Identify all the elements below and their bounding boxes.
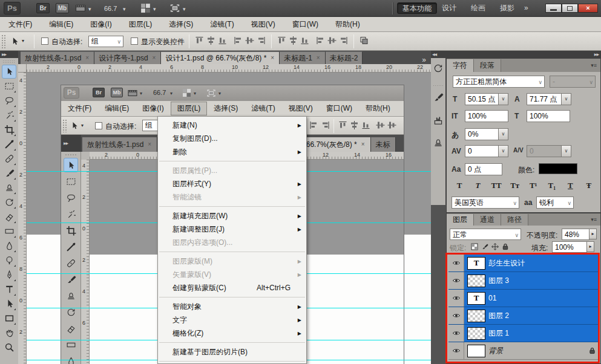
mini-bridge-button[interactable]: Mb — [56, 3, 69, 13]
tool-pen[interactable] — [2, 268, 16, 282]
distribute-horizontal-centers-button[interactable] — [327, 36, 338, 45]
tab-overflow-icon[interactable]: » — [416, 56, 432, 64]
tab-channels[interactable]: 通道 — [474, 214, 501, 226]
superscript-button[interactable]: T¹ — [527, 181, 540, 190]
menu-image[interactable]: 图像(I) — [82, 19, 120, 30]
distribute-vertical-centers-button[interactable] — [289, 36, 299, 45]
menu-item-new-layer-based-slice[interactable]: 新建基于图层的切片(B) — [158, 345, 306, 359]
workspace-painting[interactable]: 绘画 — [466, 2, 490, 14]
kerning-field[interactable]: 0 — [527, 145, 562, 157]
menu-edit[interactable]: 编辑(E) — [98, 103, 136, 114]
auto-align-layers-button[interactable] — [360, 36, 370, 45]
menu-select[interactable]: 选择(S) — [207, 103, 245, 114]
distribute-left-edges-button[interactable] — [316, 36, 326, 45]
align-right-edges-button[interactable] — [257, 36, 267, 45]
tool-zoom[interactable] — [2, 340, 16, 354]
layer-name[interactable]: 图层 2 — [488, 307, 600, 324]
font-size-field[interactable]: 50.15 点 — [465, 93, 499, 105]
tool-rectangle-shape[interactable] — [2, 311, 16, 325]
tool-clone-stamp[interactable] — [2, 181, 16, 195]
tool-history-brush[interactable] — [2, 195, 16, 209]
tool-hand[interactable] — [2, 326, 16, 340]
chevron-down-icon[interactable]: ▾ — [88, 6, 91, 12]
autoselect-checkbox[interactable] — [41, 37, 48, 45]
layer-row[interactable]: 图层 1 — [448, 325, 600, 342]
workspace-design[interactable]: 设计 — [437, 2, 461, 14]
lock-pixels-icon[interactable] — [481, 243, 488, 250]
vertical-scale-field[interactable]: 100% — [465, 110, 508, 122]
minimize-button[interactable] — [545, 4, 562, 13]
menu-item-delete[interactable]: 删除▶ — [158, 145, 306, 158]
align-left-edges-button[interactable] — [234, 36, 244, 45]
menu-item-type[interactable]: 文字▶ — [158, 313, 306, 327]
layer-thumbnail[interactable] — [464, 272, 488, 289]
arrange-documents-icon[interactable] — [140, 3, 151, 13]
layer-thumbnail[interactable]: T — [464, 255, 488, 271]
icon-strip-collapse-header[interactable]: ◀◀ — [431, 51, 446, 58]
menu-select[interactable]: 选择(S) — [160, 19, 202, 30]
view-extras-icon[interactable] — [75, 3, 86, 13]
subscript-button[interactable]: T₁ — [545, 181, 559, 190]
opacity-field[interactable]: 48% — [562, 229, 590, 240]
close-icon[interactable]: × — [85, 54, 90, 62]
layer-name[interactable]: 01 — [488, 290, 600, 307]
zoom-level-value[interactable]: 66.7 — [104, 5, 117, 12]
menu-item-new-adjustment-layer[interactable]: 新建调整图层(J)▶ — [158, 223, 306, 236]
baseline-shift-field[interactable]: 0 点 — [465, 163, 502, 175]
menu-filter[interactable]: 滤镜(T) — [245, 103, 281, 114]
workspace-photography[interactable]: 摄影 — [495, 2, 519, 14]
tool-type[interactable] — [2, 282, 16, 296]
menu-item-create-clipping-mask[interactable]: 创建剪贴蒙版(C)Alt+Ctrl+G — [158, 281, 306, 294]
brush-panel-icon[interactable] — [433, 92, 444, 103]
tsume-field[interactable]: 0% — [465, 128, 499, 140]
tsume-dropdown-button[interactable]: ∨ — [498, 128, 508, 140]
layer-row[interactable]: T 彭生生设计 — [448, 255, 600, 272]
doc-tab-3-active[interactable]: 设计1-1.psd @ 66.7%(灰色/8) *× — [161, 51, 280, 64]
distribute-right-edges-button[interactable] — [339, 36, 349, 45]
dock-collapse-header[interactable]: ▶▶ — [446, 51, 601, 58]
bridge-button[interactable]: Br — [36, 3, 50, 13]
layer-thumbnail[interactable] — [464, 342, 488, 359]
menu-help[interactable]: 帮助(H) — [359, 103, 397, 114]
visibility-toggle[interactable] — [448, 255, 464, 271]
close-icon[interactable]: × — [270, 54, 275, 62]
visibility-toggle[interactable] — [448, 342, 464, 359]
tool-brush[interactable] — [2, 166, 16, 180]
lock-transparency-icon[interactable] — [471, 243, 478, 250]
tab-paragraph[interactable]: 段落 — [474, 59, 501, 72]
tool-move[interactable] — [2, 65, 16, 79]
tool-magic-wand[interactable] — [2, 108, 16, 122]
language-select[interactable]: 美国英语∨ — [452, 197, 519, 209]
tool-eraser[interactable] — [2, 210, 16, 224]
underline-button[interactable]: T — [563, 181, 577, 190]
tool-eyedropper[interactable] — [2, 137, 16, 151]
menu-item-duplicate-layer[interactable]: 复制图层(D)... — [158, 132, 306, 145]
faux-bold-button[interactable]: T — [453, 181, 466, 190]
font-size-dropdown-button[interactable]: ∨ — [498, 93, 508, 105]
tab-paths[interactable]: 路径 — [501, 214, 528, 226]
restore-button[interactable] — [562, 4, 578, 13]
chevron-down-icon[interactable]: ▾ — [22, 38, 24, 44]
tab-layers[interactable]: 图层 — [447, 214, 474, 226]
screen-mode-icon[interactable] — [169, 3, 180, 13]
layer-thumbnail[interactable]: T — [464, 290, 488, 307]
menu-help[interactable]: 帮助(H) — [327, 19, 369, 30]
visibility-toggle[interactable] — [448, 272, 464, 289]
distribute-bottom-edges-button[interactable] — [300, 36, 310, 45]
align-horizontal-centers-button[interactable] — [245, 36, 255, 45]
opacity-spinner[interactable]: ▸ — [589, 229, 597, 239]
clone-source-panel-icon[interactable] — [433, 137, 444, 149]
lock-all-icon[interactable] — [502, 243, 509, 250]
panel-menu-icon[interactable]: ▾≡ — [587, 59, 600, 72]
menu-item-new-fill-layer[interactable]: 新建填充图层(W)▶ — [158, 209, 306, 223]
brush-presets-panel-icon[interactable] — [433, 115, 444, 126]
tool-rectangular-marquee[interactable] — [2, 79, 16, 93]
horizontal-scale-field[interactable]: 100% — [527, 110, 570, 122]
strikethrough-button[interactable]: Ŧ — [582, 181, 596, 190]
lock-position-icon[interactable] — [491, 243, 499, 250]
align-vertical-centers-button[interactable] — [206, 36, 217, 45]
font-family-select[interactable]: 方正正粗黑简体∨ — [453, 76, 545, 88]
kerning-dropdown-button[interactable]: ∨ — [561, 145, 571, 157]
menu-file[interactable]: 文件(F) — [61, 103, 98, 114]
align-top-edges-button[interactable] — [195, 36, 205, 45]
